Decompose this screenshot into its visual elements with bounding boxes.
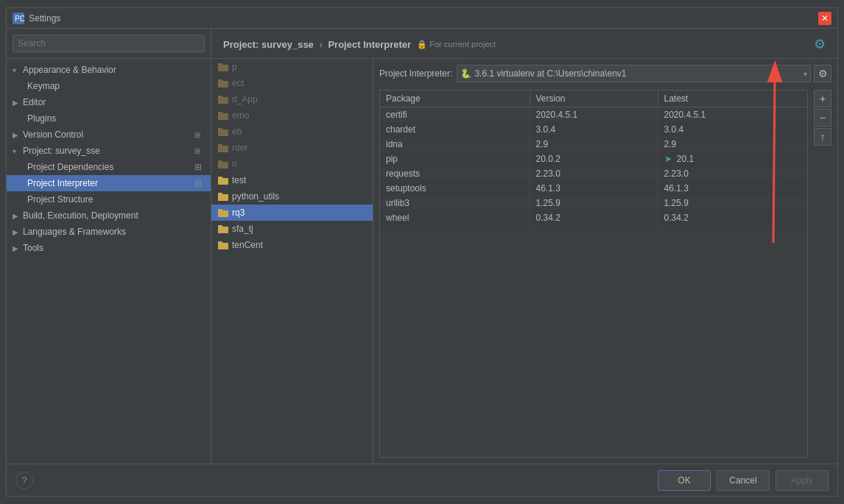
package-latest-cell: 3.0.4 xyxy=(658,122,807,137)
file-item-name: sfa_tj xyxy=(232,224,253,234)
search-input[interactable] xyxy=(13,35,205,52)
sidebar-item-tools[interactable]: ▶ Tools xyxy=(7,240,211,256)
sidebar-item-label: Build, Execution, Deployment xyxy=(23,210,205,221)
table-row[interactable]: chardet3.0.43.0.4 xyxy=(380,122,807,137)
sidebar-item-languages[interactable]: ▶ Languages & Frameworks xyxy=(7,224,211,240)
sidebar-item-build[interactable]: ▶ Build, Execution, Deployment xyxy=(7,207,211,224)
dropdown-arrow-icon: ▾ xyxy=(803,70,807,78)
sidebar-item-label: Languages & Frameworks xyxy=(23,227,205,237)
ok-button[interactable]: OK xyxy=(658,470,711,491)
package-latest-cell: 2.23.0 xyxy=(658,166,807,181)
sidebar-item-appearance[interactable]: ▾ Appearance & Behavior xyxy=(7,62,211,78)
file-item-test[interactable]: test xyxy=(211,172,373,188)
breadcrumb-project: Project: survey_sse xyxy=(223,39,314,50)
sidebar-item-label: Tools xyxy=(23,243,205,253)
sidebar: ▾ Appearance & Behavior Keymap ▶ Editor … xyxy=(7,29,211,464)
expand-arrow: ▶ xyxy=(13,131,23,139)
svg-text:PC: PC xyxy=(15,15,24,23)
apply-button[interactable]: Apply xyxy=(776,470,829,491)
version-control-icon: ⊞ xyxy=(194,131,205,139)
table-row[interactable]: certifi2020.4.5.12020.4.5.1 xyxy=(380,107,807,122)
package-latest-cell: 0.34.2 xyxy=(658,210,807,225)
table-row[interactable]: urllib31.25.91.25.9 xyxy=(380,196,807,210)
sidebar-item-label: Project Interpreter xyxy=(27,178,194,188)
table-row[interactable]: wheel0.34.20.34.2 xyxy=(380,210,807,225)
file-item-ect[interactable]: ect xyxy=(211,75,373,91)
sidebar-item-project-interpreter[interactable]: Project Interpreter ⊞ xyxy=(7,175,211,191)
sidebar-item-project-deps[interactable]: Project Dependencies ⊞ xyxy=(7,159,211,175)
package-version-cell: 2.23.0 xyxy=(530,166,658,181)
file-item-name: n xyxy=(232,159,237,169)
file-item-n[interactable]: n xyxy=(211,156,373,172)
table-row[interactable]: requests2.23.02.23.0 xyxy=(380,166,807,181)
package-name-cell: chardet xyxy=(380,122,530,137)
titlebar: PC Settings ✕ xyxy=(7,8,837,29)
expand-arrow: ▾ xyxy=(13,66,23,74)
packages-table-scroll[interactable]: certifi2020.4.5.12020.4.5.1chardet3.0.43… xyxy=(380,107,807,457)
file-item-name: rq3 xyxy=(232,207,245,218)
sidebar-item-label: Project: survey_sse xyxy=(23,146,194,156)
update-arrow-icon: ➤ xyxy=(664,154,674,164)
package-version-cell: 3.0.4 xyxy=(530,122,658,137)
upgrade-package-button[interactable]: ↑ xyxy=(814,128,831,146)
file-item-eb[interactable]: eb xyxy=(211,124,373,140)
interpreter-gear-button[interactable]: ⚙ xyxy=(814,65,831,82)
bottom-bar: ? OK Cancel Apply xyxy=(7,464,837,496)
package-version-cell: 0.34.2 xyxy=(530,210,658,225)
window-controls: ✕ xyxy=(818,12,831,25)
breadcrumb-current: Project Interpreter xyxy=(328,39,411,50)
packages-table: Package Version Latest xyxy=(380,90,807,107)
sidebar-item-keymap[interactable]: Keymap xyxy=(7,78,211,94)
sidebar-item-plugins[interactable]: Plugins xyxy=(7,110,211,127)
file-item-p[interactable]: p xyxy=(211,59,373,75)
expand-arrow: ▾ xyxy=(13,147,23,155)
file-item-tencent[interactable]: tenCent xyxy=(211,237,373,253)
table-row[interactable]: setuptools46.1.346.1.3 xyxy=(380,181,807,196)
file-item-rder[interactable]: rder xyxy=(211,140,373,156)
window-title: Settings xyxy=(29,13,818,24)
package-latest-cell: 2020.4.5.1 xyxy=(658,107,807,122)
table-row[interactable]: idna2.92.9 xyxy=(380,137,807,152)
cancel-button[interactable]: Cancel xyxy=(717,470,770,491)
package-name-cell: urllib3 xyxy=(380,196,530,210)
file-item-sfa-tj[interactable]: sfa_tj xyxy=(211,221,373,237)
python-env-icon: 🐍 xyxy=(460,68,471,79)
file-item-dapp[interactable]: d_App xyxy=(211,91,373,107)
file-item-python-utils[interactable]: python_utils xyxy=(211,188,373,205)
file-item-emo[interactable]: emo xyxy=(211,107,373,124)
file-item-name: test xyxy=(232,175,246,185)
file-item-name: ect xyxy=(232,78,244,88)
close-button[interactable]: ✕ xyxy=(818,12,831,25)
app-icon: PC xyxy=(13,13,24,24)
package-latest-cell: 2.9 xyxy=(658,137,807,152)
plugin-icon: ⚙ xyxy=(814,36,826,52)
right-panel: Project: survey_sse › Project Interprete… xyxy=(211,29,837,464)
package-name-cell: idna xyxy=(380,137,530,152)
package-version-cell: 1.25.9 xyxy=(530,196,658,210)
expand-arrow: ▶ xyxy=(13,99,23,107)
package-version-cell: 2.9 xyxy=(530,137,658,152)
col-latest: Latest xyxy=(658,90,807,107)
search-box xyxy=(7,29,211,59)
file-item-rq3[interactable]: rq3 xyxy=(211,205,373,221)
help-button[interactable]: ? xyxy=(15,472,33,489)
sidebar-item-label: Plugins xyxy=(27,113,205,124)
file-item-name: eb xyxy=(232,127,242,137)
file-item-name: python_utils xyxy=(232,191,279,202)
remove-package-button[interactable]: − xyxy=(814,109,831,127)
package-version-cell: 2020.4.5.1 xyxy=(530,107,658,122)
sidebar-item-version-control[interactable]: ▶ Version Control ⊞ xyxy=(7,127,211,143)
interpreter-select-wrapper: 🐍 3.6.1 virtualenv at C:\Users\china\env… xyxy=(457,65,831,82)
table-and-actions: Package Version Latest xyxy=(379,90,831,458)
project-icon: ⊞ xyxy=(194,147,205,155)
sidebar-item-editor[interactable]: ▶ Editor xyxy=(7,94,211,110)
sidebar-item-project-structure[interactable]: Project Structure xyxy=(7,191,211,207)
package-name-cell: certifi xyxy=(380,107,530,122)
add-package-button[interactable]: + xyxy=(814,90,831,107)
sidebar-item-project[interactable]: ▾ Project: survey_sse ⊞ xyxy=(7,143,211,159)
package-name-cell: pip xyxy=(380,152,530,166)
table-row[interactable]: pip20.0.2➤ 20.1 xyxy=(380,152,807,166)
file-item-name: tenCent xyxy=(232,240,263,250)
settings-window: PC Settings ✕ ▾ Appearance & Behavior Ke… xyxy=(6,7,838,497)
interpreter-icon: ⊞ xyxy=(194,178,205,188)
